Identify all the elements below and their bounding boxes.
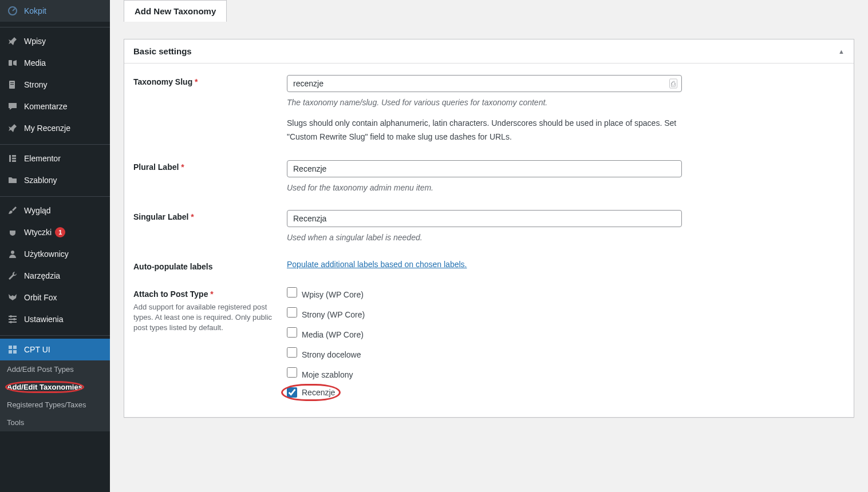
brush-icon (7, 205, 18, 216)
populate-labels-link[interactable]: Populate additional labels based on chos… (287, 260, 467, 269)
pin-icon (7, 122, 18, 134)
attach-post-type-label: Attach to Post Type * (133, 289, 214, 299)
svg-rect-7 (12, 158, 16, 160)
media-icon (7, 57, 18, 69)
admin-sidebar: KokpitWpisyMediaStronyKomentarzeMy Recen… (0, 0, 110, 492)
panel-title: Basic settings (133, 46, 192, 56)
sidebar-item-wygląd[interactable]: Wygląd (0, 200, 110, 221)
singular-label-label: Singular Label * (133, 212, 194, 221)
sidebar-item-label: Media (24, 58, 46, 68)
page-icon (7, 79, 18, 90)
sidebar-item-label: Użytkownicy (24, 249, 69, 259)
post-type-checkbox[interactable] (287, 307, 297, 318)
post-type-label: Moje szablony (302, 370, 353, 379)
svg-rect-4 (10, 84, 14, 85)
sidebar-item-kokpit[interactable]: Kokpit (0, 0, 110, 22)
svg-rect-16 (9, 346, 12, 349)
taxonomy-slug-label: Taxonomy Slug * (133, 77, 198, 86)
pin-icon (7, 35, 18, 47)
post-type-checkbox[interactable] (287, 387, 297, 398)
post-type-label: Strony (WP Core) (302, 310, 365, 319)
cptui-icon (7, 344, 18, 355)
sidebar-item-label: Kokpit (24, 6, 46, 15)
sidebar-item-label: CPT UI (24, 345, 50, 354)
sidebar-item-label: Ustawienia (24, 315, 63, 324)
submenu-item-registered-types-taxes[interactable]: Registered Types/Taxes (0, 396, 110, 414)
post-type-label: Recenzje (302, 388, 335, 397)
submenu-item-add-edit-post-types[interactable]: Add/Edit Post Types (0, 360, 110, 378)
sidebar-item-label: Orbit Fox (24, 293, 57, 302)
sidebar-item-label: Szablony (24, 176, 57, 185)
svg-rect-5 (9, 155, 11, 162)
tab-bar: Add New Taxonomy (124, 0, 854, 22)
autopopulate-label: Auto-populate labels (133, 262, 212, 271)
sidebar-item-label: Strony (24, 80, 47, 89)
post-type-checkbox[interactable] (287, 287, 297, 297)
plural-description: Used for the taxonomy admin menu item. (287, 182, 682, 194)
svg-rect-17 (13, 346, 17, 349)
sidebar-item-label: My Recenzje (24, 124, 70, 133)
sidebar-item-label: Wpisy (24, 37, 46, 46)
singular-label-input[interactable] (287, 210, 682, 227)
sidebar-item-użytkownicy[interactable]: Użytkownicy (0, 243, 110, 265)
user-icon (7, 248, 18, 260)
sidebar-item-komentarze[interactable]: Komentarze (0, 96, 110, 117)
settings-icon (7, 314, 18, 325)
sidebar-item-label: Wtyczki (24, 228, 52, 237)
wrench-icon (7, 270, 18, 281)
menu-separator (0, 194, 110, 197)
collapse-icon: ▲ (838, 48, 845, 55)
sidebar-item-media[interactable]: Media (0, 52, 110, 74)
svg-point-14 (13, 318, 15, 320)
submenu-item-tools[interactable]: Tools (0, 414, 110, 431)
panel-header[interactable]: Basic settings ▲ (124, 39, 854, 64)
update-badge: 1 (55, 227, 65, 237)
sidebar-item-cpt-ui[interactable]: CPT UI (0, 339, 110, 360)
svg-rect-19 (13, 350, 17, 354)
svg-rect-1 (9, 60, 12, 66)
svg-rect-18 (9, 350, 12, 354)
post-type-label: Strony docelowe (302, 350, 361, 359)
slug-description: The taxonomy name/slug. Used for various… (287, 97, 682, 109)
comment-icon (7, 101, 18, 112)
plugin-icon (7, 227, 18, 238)
plural-label-input[interactable] (287, 160, 682, 177)
fox-icon (7, 292, 18, 303)
sidebar-item-szablony[interactable]: Szablony (0, 169, 110, 191)
svg-point-13 (10, 315, 12, 318)
sidebar-item-ustawienia[interactable]: Ustawienia (0, 308, 110, 330)
svg-point-15 (10, 321, 12, 323)
svg-point-9 (11, 251, 14, 254)
main-content: Add New Taxonomy Basic settings ▲ Taxono… (110, 0, 868, 492)
svg-rect-8 (12, 160, 16, 162)
sidebar-item-elementor[interactable]: Elementor (0, 148, 110, 169)
post-type-checkbox[interactable] (287, 347, 297, 358)
menu-separator (0, 142, 110, 145)
tab-add-new-taxonomy[interactable]: Add New Taxonomy (124, 0, 227, 22)
dashboard-icon (7, 5, 18, 17)
folder-icon (7, 174, 18, 186)
menu-separator (0, 25, 110, 27)
autofill-icon: ⎙ (669, 79, 677, 89)
sidebar-item-label: Elementor (24, 154, 61, 163)
sidebar-item-label: Narzędzia (24, 271, 60, 280)
sidebar-item-label: Wygląd (24, 206, 51, 215)
sidebar-item-narzędzia[interactable]: Narzędzia (0, 265, 110, 287)
attach-sublabel: Add support for available registered pos… (133, 302, 287, 334)
sidebar-submenu: Add/Edit Post TypesAdd/Edit TaxonomiesRe… (0, 360, 110, 431)
elementor-icon (7, 153, 18, 164)
sidebar-item-orbit-fox[interactable]: Orbit Fox (0, 287, 110, 308)
post-type-checkbox[interactable] (287, 367, 297, 378)
submenu-item-add-edit-taxonomies[interactable]: Add/Edit Taxonomies (0, 378, 110, 396)
sidebar-item-label: Komentarze (24, 102, 67, 111)
taxonomy-slug-input[interactable] (287, 75, 682, 92)
sidebar-item-my-recenzje[interactable]: My Recenzje (0, 117, 110, 139)
plural-label-label: Plural Label * (133, 162, 184, 172)
sidebar-item-wpisy[interactable]: Wpisy (0, 30, 110, 52)
svg-rect-6 (12, 155, 16, 157)
svg-rect-3 (10, 82, 14, 83)
menu-separator (0, 333, 110, 336)
sidebar-item-strony[interactable]: Strony (0, 74, 110, 96)
sidebar-item-wtyczki[interactable]: Wtyczki1 (0, 221, 110, 243)
post-type-checkbox[interactable] (287, 327, 297, 338)
